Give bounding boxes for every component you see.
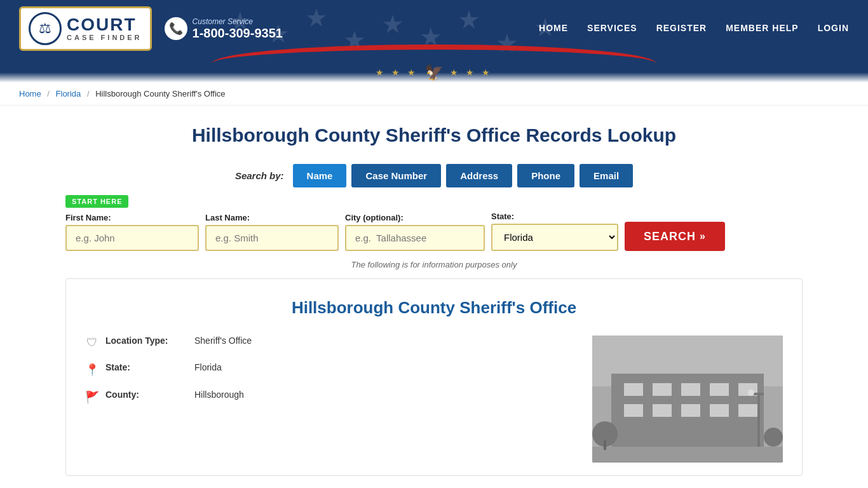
form-fields-row: First Name: Last Name: City (optional): …	[65, 212, 803, 251]
banner-curve: ★ ★ ★ 🦅 ★ ★ ★	[0, 57, 868, 83]
tab-address[interactable]: Address	[446, 164, 512, 187]
header-left: ⚖ COURT CASE FINDER 📞 Customer Service 1…	[19, 6, 283, 51]
svg-point-19	[764, 428, 783, 447]
svg-rect-18	[604, 440, 606, 450]
info-row-county: 🚩 County: Hillsborough	[85, 390, 573, 404]
phone-text: Customer Service 1-800-309-9351	[193, 17, 283, 41]
first-name-input[interactable]	[65, 225, 199, 251]
svg-rect-12	[738, 404, 757, 417]
first-name-field-group: First Name:	[65, 213, 199, 251]
city-input[interactable]	[345, 225, 485, 251]
county-value: Hillsborough	[194, 390, 244, 400]
tab-name[interactable]: Name	[293, 164, 347, 187]
search-form-area: START HERE First Name: Last Name: City (…	[65, 195, 803, 251]
svg-rect-4	[653, 383, 672, 396]
location-icon: 📍	[85, 363, 99, 377]
search-chevrons-icon: »	[700, 231, 706, 242]
last-name-field-group: Last Name:	[205, 213, 339, 251]
nav-login[interactable]: LOGIN	[818, 23, 849, 34]
shield-icon: 🛡	[85, 336, 99, 349]
info-details: 🛡 Location Type: Sheriff's Office 📍 Stat…	[85, 336, 573, 463]
breadcrumb-current: Hillsborough County Sheriff's Office	[95, 89, 225, 98]
svg-rect-3	[624, 383, 643, 396]
main-content: Hillsborough County Sheriff's Office Rec…	[53, 105, 815, 488]
tab-email[interactable]: Email	[580, 164, 633, 187]
eagle-icon: 🦅	[424, 64, 444, 81]
tab-case-number[interactable]: Case Number	[351, 164, 441, 187]
svg-rect-11	[710, 404, 729, 417]
breadcrumb-florida[interactable]: Florida	[56, 89, 81, 98]
eagle-stars-left: ★ ★ ★	[376, 67, 418, 78]
nav-services[interactable]: SERVICES	[587, 23, 637, 34]
svg-rect-10	[681, 404, 700, 417]
search-button[interactable]: SEARCH »	[625, 222, 725, 251]
breadcrumb-sep-1: /	[47, 89, 50, 98]
svg-rect-14	[757, 393, 760, 447]
city-label: City (optional):	[345, 213, 485, 222]
breadcrumb-sep-2: /	[87, 89, 90, 98]
start-here-badge: START HERE	[65, 195, 128, 208]
location-type-value: Sheriff's Office	[194, 336, 252, 346]
logo-court-text: COURT	[67, 16, 137, 34]
svg-rect-13	[592, 447, 783, 463]
eagle-stars-right: ★ ★ ★	[450, 67, 492, 78]
state-label: State:	[491, 212, 618, 221]
info-card: Hillsborough County Sheriff's Office 🛡 L…	[65, 278, 803, 476]
info-card-body: 🛡 Location Type: Sheriff's Office 📍 Stat…	[85, 336, 783, 463]
svg-rect-5	[681, 383, 700, 396]
breadcrumb-home[interactable]: Home	[19, 89, 41, 98]
page-title: Hillsborough County Sheriff's Office Rec…	[65, 125, 803, 146]
search-by-label: Search by:	[235, 170, 284, 181]
state-field-group: State: AlabamaAlaskaArizonaArkansas Cali…	[491, 212, 618, 251]
main-nav: HOME SERVICES REGISTER MEMBER HELP LOGIN	[539, 23, 849, 34]
search-button-label: SEARCH	[644, 230, 696, 243]
nav-register[interactable]: REGISTER	[656, 23, 707, 34]
building-svg	[592, 336, 783, 463]
nav-home[interactable]: HOME	[539, 23, 568, 34]
city-field-group: City (optional):	[345, 213, 485, 251]
state-label-info: State:	[105, 362, 188, 372]
info-row-location-type: 🛡 Location Type: Sheriff's Office	[85, 336, 573, 349]
first-name-label: First Name:	[65, 213, 199, 222]
state-value: Florida	[194, 362, 222, 372]
info-notice: The following is for information purpose…	[65, 260, 803, 269]
svg-point-16	[748, 390, 754, 396]
phone-icon: 📞	[165, 17, 187, 40]
logo-text: COURT CASE FINDER	[67, 16, 142, 41]
nav-member-help[interactable]: MEMBER HELP	[726, 23, 798, 34]
svg-rect-8	[624, 404, 643, 417]
logo-emblem: ⚖	[29, 12, 62, 45]
logo-finder-text: CASE FINDER	[67, 34, 142, 41]
phone-box: 📞 Customer Service 1-800-309-9351	[165, 17, 283, 41]
county-label: County:	[105, 390, 188, 400]
banner-eagle: ★ ★ ★ 🦅 ★ ★ ★	[376, 64, 492, 81]
info-row-state: 📍 State: Florida	[85, 362, 573, 377]
search-by-row: Search by: Name Case Number Address Phon…	[65, 164, 803, 187]
info-card-title: Hillsborough County Sheriff's Office	[85, 298, 783, 318]
phone-number: 1-800-309-9351	[193, 26, 283, 41]
phone-label: Customer Service	[193, 17, 283, 26]
breadcrumb: Home / Florida / Hillsborough County She…	[0, 83, 868, 105]
tab-phone[interactable]: Phone	[517, 164, 574, 187]
building-image	[592, 336, 783, 463]
last-name-input[interactable]	[205, 225, 339, 251]
last-name-label: Last Name:	[205, 213, 339, 222]
svg-rect-9	[653, 404, 672, 417]
state-select[interactable]: AlabamaAlaskaArizonaArkansas CaliforniaC…	[491, 224, 618, 251]
location-type-label: Location Type:	[105, 336, 188, 346]
flag-icon: 🚩	[85, 390, 99, 404]
logo[interactable]: ⚖ COURT CASE FINDER	[19, 6, 152, 51]
svg-rect-6	[710, 383, 729, 396]
